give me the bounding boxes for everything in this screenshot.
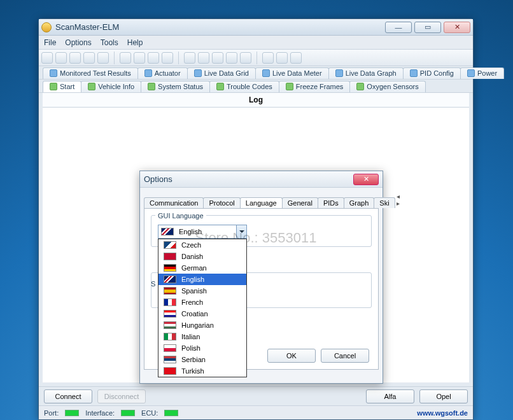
minimize-button[interactable]: — [385, 22, 412, 33]
toolbar-icon-9[interactable] [184, 52, 195, 64]
tab-scroll-right[interactable]: ▸ [397, 200, 400, 207]
log-header: Log [43, 93, 469, 108]
language-option-label: Italian [181, 333, 200, 340]
tab-live-data-grid[interactable]: Live Data Grid [187, 67, 256, 79]
language-option-german[interactable]: German [158, 262, 246, 274]
language-option-italian[interactable]: Italian [158, 331, 246, 342]
language-option-spanish[interactable]: Spanish [158, 285, 246, 297]
maximize-button[interactable]: ▭ [414, 22, 441, 33]
tab-label: Live Data Graph [346, 69, 397, 77]
app-icon [41, 22, 52, 32]
dialog-tab-general[interactable]: General [282, 197, 318, 208]
language-selected: English [176, 228, 236, 235]
language-option-label: English [181, 276, 204, 283]
toolbar-icon-4[interactable] [97, 52, 109, 64]
flag-icon [164, 253, 176, 260]
dialog-tab-pids[interactable]: PIDs [318, 197, 344, 208]
toolbar-icon-3[interactable] [83, 52, 95, 64]
status-port-label: Port: [44, 409, 59, 417]
toolbar-icon-13[interactable] [240, 52, 251, 64]
gui-language-label: GUI Language [155, 212, 206, 220]
tab-label: Power [477, 69, 497, 77]
flag-icon [164, 344, 176, 352]
menu-help[interactable]: Help [127, 38, 143, 47]
tab-pid-config[interactable]: PID Config [403, 67, 461, 79]
dialog-tab-communication[interactable]: Communication [144, 197, 204, 208]
tabrow-upper: Monitored Test ResultsActuatorLive Data … [39, 66, 473, 80]
tab-live-data-graph[interactable]: Live Data Graph [328, 67, 404, 79]
toolbar-icon-8[interactable] [162, 52, 173, 64]
alfa-button[interactable]: Alfa [366, 389, 414, 403]
interface-led-icon [121, 410, 135, 416]
toolbar-icon-6[interactable] [134, 52, 145, 64]
dialog-tab-ski[interactable]: Ski [374, 197, 395, 208]
menu-file[interactable]: File [44, 38, 56, 47]
connect-button[interactable]: Connect [44, 389, 92, 403]
flag-icon [164, 333, 176, 340]
close-button[interactable]: ✕ [444, 22, 470, 33]
flag-icon [164, 298, 176, 306]
language-combobox[interactable]: English CzechDanishGermanEnglishSpanishF… [158, 225, 247, 239]
tab-label: Live Data Meter [272, 69, 322, 77]
ok-button[interactable]: OK [267, 349, 316, 363]
language-option-label: Spanish [181, 287, 207, 295]
content-area: Log Options ✕ CommunicationProtocolLangu… [39, 93, 473, 386]
tab-label: Freeze Frames [296, 83, 344, 90]
language-option-label: French [181, 298, 203, 306]
language-option-croatian[interactable]: Croatian [158, 308, 246, 319]
ecu-led-icon [164, 410, 178, 416]
flag-icon [164, 321, 176, 329]
dialog-tab-graph[interactable]: Graph [344, 197, 375, 208]
tab-freeze-frames[interactable]: Freeze Frames [279, 81, 351, 92]
dialog-tab-protocol[interactable]: Protocol [203, 197, 240, 208]
toolbar [39, 50, 473, 66]
tab-actuator[interactable]: Actuator [137, 67, 188, 79]
language-option-french[interactable]: French [158, 297, 246, 308]
tab-label: Live Data Grid [204, 69, 249, 77]
language-option-hungarian[interactable]: Hungarian [158, 319, 246, 331]
language-option-serbian[interactable]: Serbian [158, 354, 246, 365]
options-dialog: Options ✕ CommunicationProtocolLanguageG… [139, 171, 383, 384]
tab-label: Vehicle Info [98, 83, 134, 90]
dialog-tabs: CommunicationProtocolLanguageGeneralPIDs… [140, 188, 383, 208]
dialog-close-button[interactable]: ✕ [353, 174, 379, 185]
tab-vehicle-info[interactable]: Vehicle Info [81, 81, 141, 92]
menu-tools[interactable]: Tools [101, 38, 118, 47]
language-option-english[interactable]: English [158, 274, 246, 285]
toolbar-icon-1[interactable] [55, 52, 67, 64]
tab-icon [467, 69, 475, 77]
dialog-tab-language[interactable]: Language [240, 197, 283, 208]
toolbar-icon-14[interactable] [262, 52, 274, 64]
menu-options[interactable]: Options [65, 38, 91, 47]
opel-button[interactable]: Opel [419, 389, 468, 403]
cancel-button[interactable]: Cancel [321, 349, 369, 363]
toolbar-icon-16[interactable] [290, 52, 302, 64]
tab-system-status[interactable]: System Status [141, 81, 210, 92]
tab-monitored-test-results[interactable]: Monitored Test Results [43, 67, 138, 79]
tab-trouble-codes[interactable]: Trouble Codes [209, 81, 279, 92]
language-dropdown: CzechDanishGermanEnglishSpanishFrenchCro… [158, 239, 247, 377]
tab-oxygen-sensors[interactable]: Oxygen Sensors [349, 81, 425, 92]
toolbar-icon-5[interactable] [120, 52, 131, 64]
toolbar-icon-15[interactable] [276, 52, 288, 64]
tab-start[interactable]: Start [43, 81, 81, 92]
toolbar-icon-12[interactable] [226, 52, 237, 64]
tab-scroll-left[interactable]: ◂ [397, 193, 400, 200]
language-option-czech[interactable]: Czech [158, 239, 246, 251]
tab-label: System Status [158, 83, 203, 90]
language-option-turkish[interactable]: Turkish [158, 365, 246, 377]
tab-label: Oxygen Sensors [367, 83, 418, 90]
dialog-titlebar: Options ✕ [140, 171, 383, 188]
toolbar-icon-11[interactable] [212, 52, 223, 64]
toolbar-icon-0[interactable] [41, 52, 53, 64]
toolbar-icon-10[interactable] [198, 52, 209, 64]
language-option-polish[interactable]: Polish [158, 342, 246, 354]
tab-power[interactable]: Power [460, 67, 504, 79]
toolbar-icon-7[interactable] [148, 52, 159, 64]
website-link[interactable]: www.wgsoft.de [417, 409, 468, 417]
tab-live-data-meter[interactable]: Live Data Meter [255, 67, 329, 79]
language-option-danish[interactable]: Danish [158, 251, 246, 262]
tab-icon [50, 83, 57, 90]
chevron-down-icon[interactable] [236, 225, 246, 238]
toolbar-icon-2[interactable] [69, 52, 81, 64]
